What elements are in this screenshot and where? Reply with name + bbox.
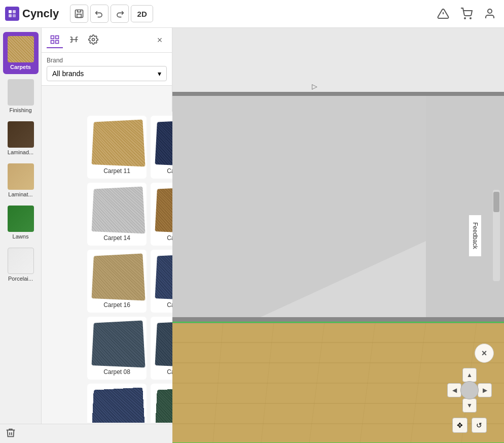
carpet16-thumb: [92, 253, 146, 300]
category-sidebar: Carpets Finishing Laminad... Laminat... …: [0, 28, 42, 443]
svg-rect-3: [13, 14, 16, 17]
panel-tabs: [47, 32, 101, 48]
logo: Cyncly: [5, 7, 59, 21]
panel-tab-ruler[interactable]: [66, 32, 82, 48]
category-thumb-finishing: [8, 79, 34, 106]
chevron-down-icon: ▾: [158, 70, 161, 78]
carpet16-label: Carpet 16: [103, 301, 130, 309]
zoom-slider-thumb[interactable]: [493, 192, 499, 212]
carpet14-thumb: [92, 186, 146, 233]
category-item-laminate-dark[interactable]: Laminad...: [3, 118, 39, 158]
top-toolbar: Cyncly 2D: [0, 0, 504, 28]
category-item-finishing[interactable]: Finishing: [3, 76, 39, 116]
carpet14-label: Carpet 14: [103, 234, 130, 242]
catalog-item-carpet08[interactable]: Carpet 08: [87, 317, 147, 380]
save-button[interactable]: [70, 5, 88, 23]
carpet08-thumb: [92, 320, 146, 367]
extra1-thumb: [92, 387, 146, 423]
category-item-carpets[interactable]: Carpets: [3, 32, 39, 74]
svg-rect-0: [9, 10, 12, 13]
category-item-porcelain[interactable]: Porcelai...: [3, 245, 39, 285]
carpet11-label: Carpet 11: [103, 167, 130, 175]
warning-button[interactable]: [434, 5, 452, 23]
mode-2d-button[interactable]: 2D: [131, 5, 153, 22]
brand-value: All brands: [52, 70, 84, 78]
undo-button[interactable]: [90, 5, 109, 23]
panel-close-button[interactable]: ×: [153, 33, 167, 47]
nav-close-button[interactable]: ×: [475, 344, 494, 363]
catalog-item-carpet16[interactable]: Carpet 16: [87, 250, 147, 313]
nav-down-button[interactable]: ▼: [462, 398, 477, 413]
svg-rect-11: [51, 36, 54, 39]
category-thumb-porcelain: [8, 248, 34, 274]
svg-rect-2: [9, 14, 12, 17]
svg-rect-14: [56, 41, 59, 44]
svg-point-10: [488, 9, 492, 13]
svg-marker-20: [172, 28, 504, 94]
nav-left-button[interactable]: ◀: [447, 383, 461, 397]
catalog-item-carpet11[interactable]: Carpet 11: [87, 116, 147, 179]
category-label-laminate-dark: Laminad...: [8, 149, 33, 155]
nav-dpad: ▲ ▼ ◀ ▶: [445, 366, 494, 415]
category-label-porcelain: Porcelai...: [8, 276, 33, 282]
svg-marker-19: [426, 94, 504, 322]
panel-header: ×: [42, 28, 172, 53]
category-label-carpets: Carpets: [10, 64, 31, 70]
carpet08-label: Carpet 08: [103, 368, 130, 376]
category-label-lawns: Lawns: [13, 233, 29, 240]
category-thumb-laminate-light: [8, 163, 34, 190]
nav-move-button[interactable]: ✥: [452, 418, 467, 433]
logo-text: Cyncly: [22, 7, 59, 20]
panel-bottom: [0, 424, 172, 443]
svg-text:▷: ▷: [312, 82, 317, 90]
category-label-laminate-light: Laminat...: [8, 191, 32, 197]
nav-right-button[interactable]: ▶: [478, 383, 492, 397]
svg-rect-34: [172, 92, 504, 96]
panel-tab-settings[interactable]: [85, 32, 101, 48]
catalog-item-extra1[interactable]: [87, 384, 147, 423]
svg-rect-5: [77, 14, 81, 18]
category-thumb-lawns: [8, 206, 34, 232]
left-panel: Carpets Finishing Laminad... Laminat... …: [0, 28, 172, 443]
feedback-tab[interactable]: Feedback: [469, 215, 481, 257]
brand-filter: Brand All brands ▾: [42, 53, 172, 86]
catalog-item-carpet14[interactable]: Carpet 14: [87, 183, 147, 246]
svg-rect-13: [51, 41, 54, 44]
nav-controls: × ▲ ▼ ◀ ▶ ✥ ↺: [445, 344, 494, 433]
svg-point-9: [470, 18, 471, 19]
category-item-laminate-light[interactable]: Laminat...: [3, 160, 39, 200]
viewport: ▷ Feedback × ▲ ▼ ◀ ▶ ✥ ↺: [172, 28, 504, 443]
category-thumb-laminate-dark: [8, 121, 34, 148]
category-thumb-carpets: [8, 36, 34, 62]
svg-point-8: [464, 18, 465, 19]
nav-refresh-button[interactable]: ↺: [472, 418, 487, 433]
brand-select[interactable]: All brands ▾: [47, 66, 167, 81]
carpet11-thumb: [92, 119, 146, 166]
svg-point-15: [92, 39, 95, 41]
nav-bottom-controls: ✥ ↺: [452, 418, 487, 433]
zoom-slider-track: [493, 190, 500, 281]
svg-rect-1: [13, 10, 16, 13]
nav-up-button[interactable]: ▲: [462, 368, 477, 382]
toolbar-right: [434, 5, 499, 23]
brand-label: Brand: [47, 57, 167, 64]
nav-center-button[interactable]: [460, 381, 479, 399]
panel-tab-products[interactable]: [47, 32, 63, 48]
category-item-lawns[interactable]: Lawns: [3, 202, 39, 243]
logo-icon: [5, 7, 19, 21]
user-button[interactable]: [481, 5, 499, 23]
redo-button[interactable]: [111, 5, 129, 23]
svg-rect-12: [56, 36, 59, 39]
cart-button[interactable]: [457, 5, 476, 23]
category-label-finishing: Finishing: [9, 107, 31, 113]
trash-button[interactable]: [5, 427, 16, 440]
